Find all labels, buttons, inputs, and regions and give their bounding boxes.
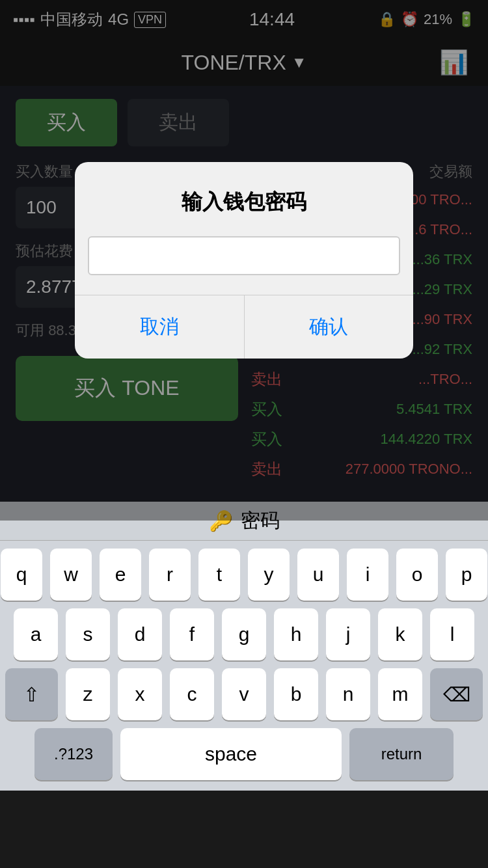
key-r[interactable]: r (149, 549, 191, 601)
dialog-input-wrap (75, 236, 413, 295)
key-g[interactable]: g (222, 608, 266, 660)
key-o[interactable]: o (396, 549, 438, 601)
password-dialog: 输入钱包密码 取消 确认 (75, 162, 413, 359)
return-key[interactable]: return (349, 728, 454, 780)
keyboard-rows: q w e r t y u i o p a s d f g h j k l ⇧ … (0, 541, 488, 791)
key-a[interactable]: a (14, 608, 58, 660)
key-l[interactable]: l (430, 608, 474, 660)
key-k[interactable]: k (378, 608, 422, 660)
key-c[interactable]: c (170, 668, 214, 720)
dialog-overlay: 输入钱包密码 取消 确认 (0, 0, 488, 521)
shift-key[interactable]: ⇧ (5, 668, 58, 720)
keyboard-area: 🔑 密码 q w e r t y u i o p a s d f g h j k… (0, 502, 488, 791)
key-v[interactable]: v (222, 668, 266, 720)
key-d[interactable]: d (118, 608, 162, 660)
key-t[interactable]: t (198, 549, 240, 601)
dialog-title: 输入钱包密码 (75, 162, 413, 236)
key-n[interactable]: n (326, 668, 370, 720)
key-w[interactable]: w (50, 549, 92, 601)
keyboard-row-1: q w e r t y u i o p (5, 549, 483, 601)
confirm-button[interactable]: 确认 (245, 295, 414, 359)
key-m[interactable]: m (378, 668, 422, 720)
key-h[interactable]: h (274, 608, 318, 660)
keyboard-row-3: ⇧ z x c v b n m ⌫ (5, 668, 483, 720)
key-u[interactable]: u (297, 549, 339, 601)
key-f[interactable]: f (170, 608, 214, 660)
key-i[interactable]: i (347, 549, 388, 601)
key-z[interactable]: z (66, 668, 110, 720)
keyboard-row-2: a s d f g h j k l (5, 608, 483, 660)
key-b[interactable]: b (274, 668, 318, 720)
keyboard-row-4: .?123 space return (5, 728, 483, 780)
num-key[interactable]: .?123 (34, 728, 113, 780)
key-q[interactable]: q (1, 549, 42, 601)
key-x[interactable]: x (118, 668, 162, 720)
password-input[interactable] (88, 236, 400, 275)
dialog-buttons: 取消 确认 (75, 295, 413, 359)
key-y[interactable]: y (248, 549, 290, 601)
backspace-key[interactable]: ⌫ (430, 668, 483, 720)
key-s[interactable]: s (66, 608, 110, 660)
key-p[interactable]: p (446, 549, 487, 601)
key-e[interactable]: e (100, 549, 141, 601)
key-j[interactable]: j (326, 608, 370, 660)
space-key[interactable]: space (120, 728, 342, 780)
cancel-button[interactable]: 取消 (75, 295, 245, 359)
